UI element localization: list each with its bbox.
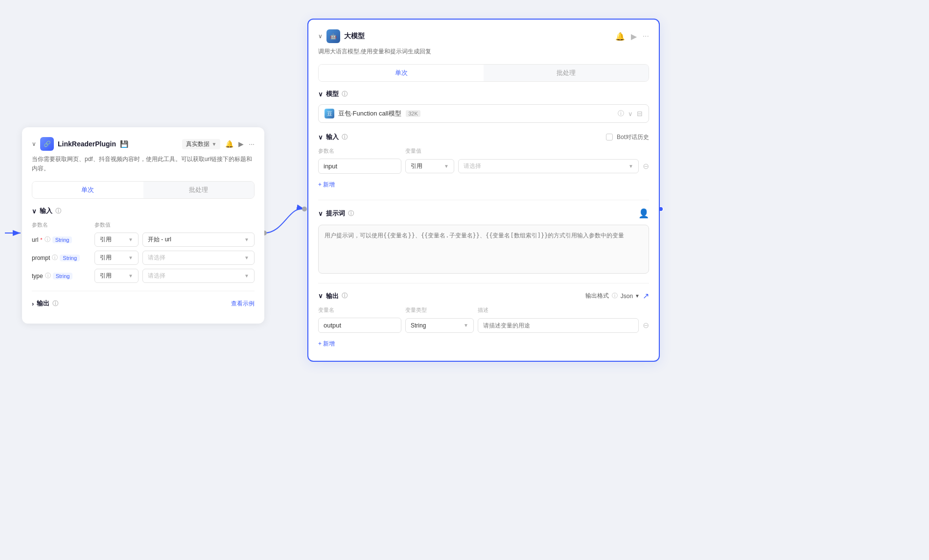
left-param-type-name: type ⓘ String: [32, 272, 91, 280]
right-tab-batch[interactable]: 批处理: [484, 65, 649, 81]
left-input-info[interactable]: ⓘ: [55, 207, 61, 215]
type-value-select[interactable]: 请选择 ▼: [142, 269, 255, 283]
right-col1-label: 参数名: [318, 147, 401, 155]
right-divider1: [318, 200, 649, 200]
prompt-value-chevron: ▼: [244, 255, 249, 260]
left-col2-label: 参数值: [94, 221, 111, 229]
url-mode-select[interactable]: 引用 ▼: [94, 233, 139, 247]
right-play-icon[interactable]: ▶: [631, 32, 637, 41]
url-info-icon[interactable]: ⓘ: [45, 235, 50, 244]
right-output-export-icon[interactable]: ↗: [643, 291, 649, 301]
left-collapse-icon[interactable]: ∨: [32, 140, 36, 147]
right-output-collapse[interactable]: ∨: [318, 292, 323, 300]
right-output-name-field[interactable]: [318, 318, 401, 333]
right-output-info[interactable]: ⓘ: [342, 292, 348, 300]
right-input-value-chevron: ▼: [628, 163, 633, 169]
right-prompt-textarea[interactable]: [318, 225, 649, 274]
right-card: ∨ 🤖 大模型 🔔 ▶ ··· 调用大语言模型,使用变量和提示词生成回复 单次 …: [307, 19, 660, 362]
model-info-icon[interactable]: ⓘ: [618, 109, 624, 118]
right-input-controls: Bot对话历史: [606, 133, 649, 141]
left-param-row-prompt: prompt ⓘ String 引用 ▼ 请选择 ▼: [32, 251, 255, 265]
right-output-section-header: ∨ 输出 ⓘ 输出格式 ⓘ Json ▼ ↗: [318, 291, 649, 301]
data-mode-label: 真实数据: [186, 140, 209, 148]
model-icons: ⓘ ∨ ⊟: [618, 109, 643, 118]
left-input-collapse[interactable]: ∨: [32, 208, 37, 215]
right-prompt-info[interactable]: ⓘ: [348, 210, 354, 218]
right-tabs: 单次 批处理: [318, 64, 649, 82]
right-user-icon[interactable]: 👤: [638, 208, 649, 219]
right-divider2: [318, 283, 649, 283]
right-model-collapse[interactable]: ∨: [318, 91, 323, 98]
right-output-title: ∨ 输出 ⓘ: [318, 292, 348, 301]
right-output-row: String ▼ ⊖: [318, 318, 649, 333]
left-card-desc: 当你需要获取网页、pdf、抖音视频内容时，使用此工具。可以获取url链接下的标题…: [32, 155, 255, 173]
left-tab-batch[interactable]: 批处理: [143, 182, 255, 198]
left-param-row-url: url * ⓘ String 引用 ▼ 开始 - url ▼: [32, 233, 255, 247]
prompt-type-badge: String: [60, 255, 80, 261]
right-col2-label: 变量值: [405, 147, 421, 155]
right-tab-single[interactable]: 单次: [319, 65, 484, 81]
right-card-title-area: ∨ 🤖 大模型: [318, 29, 365, 43]
left-input-title: ∨ 输入 ⓘ: [32, 207, 61, 215]
model-selector-row: 豆 豆包·Function call模型 32K ⓘ ∨ ⊟: [318, 104, 649, 123]
right-out-col1-label: 变量名: [318, 306, 401, 314]
bot-history-checkbox[interactable]: [606, 134, 613, 140]
left-tabs: 单次 批处理: [32, 181, 255, 199]
url-value-chevron: ▼: [244, 237, 249, 242]
prompt-mode-select[interactable]: 引用 ▼: [94, 251, 139, 265]
right-more-icon[interactable]: ···: [643, 32, 649, 41]
right-output-format-info[interactable]: ⓘ: [612, 292, 618, 300]
svg-point-4: [302, 207, 307, 211]
right-output-remove-btn[interactable]: ⊖: [643, 321, 649, 330]
right-card-controls: 🔔 ▶ ···: [615, 32, 649, 41]
right-prompt-collapse[interactable]: ∨: [318, 210, 323, 217]
right-out-col3-label: 描述: [478, 306, 649, 314]
bot-history-label: Bot对话历史: [617, 133, 649, 141]
model-logo: 豆: [325, 109, 334, 118]
right-prompt-title: ∨ 提示词 ⓘ: [318, 209, 354, 218]
required-marker: *: [40, 237, 42, 243]
left-col1-label: 参数名: [32, 221, 91, 229]
right-input-info[interactable]: ⓘ: [342, 133, 348, 141]
left-output-collapse[interactable]: ›: [32, 300, 34, 307]
right-input-collapse[interactable]: ∨: [318, 134, 323, 141]
right-prompt-section-header: ∨ 提示词 ⓘ 👤: [318, 208, 649, 219]
right-bell-icon[interactable]: 🔔: [615, 32, 625, 41]
model-selector[interactable]: 豆 豆包·Function call模型 32K ⓘ ∨ ⊟: [318, 104, 649, 123]
right-input-name-field[interactable]: input: [318, 159, 401, 174]
see-example-btn[interactable]: 查看示例: [231, 300, 255, 308]
left-more-icon[interactable]: ···: [249, 140, 255, 148]
prompt-info-icon[interactable]: ⓘ: [52, 254, 58, 262]
type-mode-select[interactable]: 引用 ▼: [94, 269, 139, 283]
right-output-type-chevron: ▼: [464, 323, 468, 328]
right-input-mode-select[interactable]: 引用 ▼: [405, 159, 454, 173]
left-play-icon[interactable]: ▶: [238, 140, 244, 148]
left-param-prompt-name: prompt ⓘ String: [32, 254, 91, 262]
right-format-selector[interactable]: Json ▼: [621, 293, 640, 300]
left-tab-single[interactable]: 单次: [32, 182, 143, 198]
right-output-desc-field[interactable]: [478, 318, 639, 333]
left-card-header: ∨ 🔗 LinkReaderPlugin 💾 真实数据 ▼ 🔔 ▶ ···: [32, 137, 255, 151]
right-output-format-area: 输出格式 ⓘ Json ▼ ↗: [585, 291, 649, 301]
model-settings-icon[interactable]: ⊟: [637, 110, 643, 117]
type-info-icon[interactable]: ⓘ: [45, 272, 51, 280]
left-divider: [32, 291, 255, 291]
model-size-badge: 32K: [406, 110, 420, 117]
data-mode-badge[interactable]: 真实数据 ▼: [182, 139, 220, 149]
right-model-info[interactable]: ⓘ: [342, 90, 348, 98]
right-add-input-btn[interactable]: + 新增: [318, 178, 649, 192]
right-input-value-select[interactable]: 请选择 ▼: [458, 159, 639, 173]
right-add-output-btn[interactable]: + 新增: [318, 337, 649, 351]
llm-avatar: 🤖: [326, 29, 340, 43]
url-mode-chevron: ▼: [128, 237, 133, 242]
right-input-remove-btn[interactable]: ⊖: [643, 162, 649, 171]
model-chevron-icon[interactable]: ∨: [628, 110, 633, 117]
right-collapse-icon[interactable]: ∨: [318, 33, 323, 40]
left-output-info[interactable]: ⓘ: [52, 300, 58, 308]
prompt-value-select[interactable]: 请选择 ▼: [142, 251, 255, 265]
left-bell-icon[interactable]: 🔔: [225, 140, 233, 148]
url-value-select[interactable]: 开始 - url ▼: [142, 233, 255, 247]
type-mode-chevron: ▼: [128, 273, 133, 279]
right-output-type-select[interactable]: String ▼: [405, 318, 474, 333]
left-save-icon[interactable]: 💾: [120, 140, 128, 148]
